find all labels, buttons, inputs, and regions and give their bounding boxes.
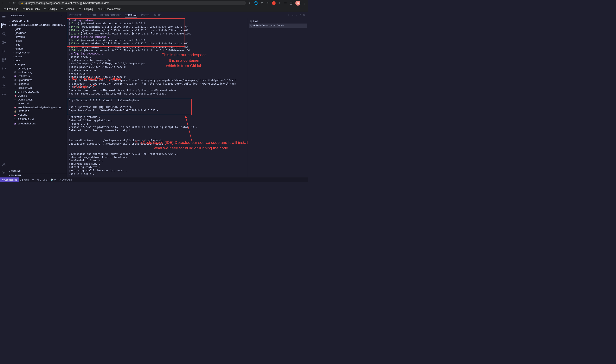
explorer-sidebar: EXPLORER ⋯ ⌄ OPEN EDITORS ⌄ JEKYLL-THEME… (8, 12, 67, 177)
tab-icon[interactable]: ▢ (290, 1, 292, 5)
project-section[interactable]: ⌄ JEKYLL-THEME-BASICALLY-BASIC [CODESPAC… (8, 23, 67, 27)
debug-icon[interactable] (1, 49, 6, 54)
tab-problems[interactable]: PROBLEMS (69, 13, 83, 18)
folder-item[interactable]: ›_site (8, 43, 67, 47)
profile-avatar[interactable]: G (295, 1, 300, 6)
url-text: guneycansanli-glowing-space-parakeet-rpx… (26, 1, 109, 5)
back-button[interactable]: ← (2, 1, 5, 5)
new-terminal-icon[interactable]: + (288, 13, 289, 17)
reading-list-icon[interactable]: ☰ (284, 1, 287, 5)
explorer-icon[interactable] (1, 23, 6, 28)
folder-item[interactable]: ›_sass (8, 39, 67, 43)
branch-icon: ⎇ (20, 179, 23, 181)
folder-item[interactable]: ›_layouts (8, 35, 67, 39)
file-icon: ⓘ (14, 118, 16, 121)
tab-ports[interactable]: PORTS (141, 13, 149, 18)
terminal-item[interactable]: ⎘ bash (249, 19, 307, 24)
install-icon[interactable]: ⤓ (248, 1, 251, 5)
tab-debug-console[interactable]: DEBUG CONSOLE (101, 13, 121, 18)
terminal-dropdown-icon[interactable]: ⌄ (291, 13, 294, 17)
account-icon[interactable] (1, 162, 6, 167)
file-item[interactable]: !_config.yml (8, 66, 67, 70)
folder-item[interactable]: ›_data (8, 27, 67, 31)
extensions-icon[interactable]: ✦ (278, 1, 281, 5)
bookmark-item[interactable]: 🗀iOS Development (96, 7, 122, 11)
file-item[interactable]: ⚙.editorconfig (8, 70, 67, 74)
chevron-right-icon: › (9, 174, 10, 177)
file-item[interactable]: ↓index.md (8, 102, 67, 105)
chevron-right-icon: › (13, 28, 13, 30)
file-item[interactable]: ⚙.gitignore (8, 82, 67, 86)
folder-item[interactable]: ›.jekyll-cache (8, 51, 67, 54)
source-control-icon[interactable] (1, 40, 6, 45)
menu-icon[interactable]: ⋮ (303, 1, 306, 5)
search-icon[interactable] (1, 31, 6, 36)
open-editors-section[interactable]: ⌄ OPEN EDITORS (8, 19, 67, 23)
folder-item[interactable]: ›assets (8, 54, 67, 58)
url-bar[interactable]: 🔒 guneycansanli-glowing-space-parakeet-r… (18, 1, 246, 5)
file-item[interactable]: ◆Gemfile (8, 94, 67, 98)
status-sync[interactable]: ↻ (30, 179, 36, 181)
bookmark-item[interactable]: 🗀Personal (59, 7, 76, 11)
notification-dot[interactable] (272, 1, 275, 5)
reload-button[interactable]: ⟳ (13, 1, 16, 5)
translate-icon[interactable]: 🌐 (254, 1, 258, 5)
tab-terminal[interactable]: TERMINAL (125, 13, 137, 18)
terminal-list: ⎘ bash ⎘ GitHub Codespaces: Details Same… (248, 18, 308, 177)
svg-point-0 (2, 32, 5, 35)
svg-rect-7 (4, 58, 6, 60)
file-item[interactable]: ◆Rakefile (8, 113, 67, 117)
tab-azure[interactable]: AZURE (154, 13, 162, 18)
file-item[interactable]: !.scss-lint.yml (8, 86, 67, 90)
docker-icon[interactable] (1, 75, 6, 80)
extensions-icon[interactable] (1, 57, 6, 62)
forward-button[interactable]: → (7, 1, 11, 5)
bookmark-item[interactable]: 🗀DevOps (42, 7, 58, 11)
file-item[interactable]: ▣screenshot.png (8, 122, 67, 125)
browser-toolbar: ← → ⟳ 🔒 guneycansanli-glowing-space-para… (0, 0, 308, 6)
close-panel-icon[interactable]: ✕ (303, 13, 305, 17)
file-item[interactable]: ⚙.gitattributes (8, 78, 67, 82)
terminal-panel: Creating container... [17 ms] @microsoft… (67, 18, 308, 177)
bookmark-item[interactable]: 🗀Useful Links (21, 7, 41, 11)
file-icon: ◆ (14, 94, 16, 97)
chevron-down-icon: ⌄ (9, 20, 11, 22)
activity-bar: ☰ (0, 12, 8, 177)
bookmark-icon[interactable]: ☆ (266, 1, 269, 5)
status-liveshare[interactable]: ↗ Live Share (57, 179, 74, 181)
folder-item[interactable]: ›docs (8, 58, 67, 62)
status-ports[interactable]: 📡0 (49, 179, 57, 181)
more-icon[interactable]: ⋯ (61, 14, 64, 17)
tab-output[interactable]: OUTPUT (87, 13, 96, 18)
file-item[interactable]: ≡Gemfile.lock (8, 98, 67, 102)
editor-main: PROBLEMS OUTPUT DEBUG CONSOLE TERMINAL P… (67, 12, 308, 177)
outline-section[interactable]: › OUTLINE (8, 169, 67, 173)
folder-item[interactable]: ›.github (8, 47, 67, 51)
file-item[interactable]: ◆jekyll-theme-basically-basic.gemspec (8, 105, 67, 109)
file-item[interactable]: ⓘREADME.md (8, 117, 67, 122)
menu-toggle[interactable]: ☰ (1, 14, 6, 19)
bookmarks-bar: 🗀Learnings 🗀Useful Links 🗀DevOps 🗀Person… (0, 6, 308, 12)
folder-item[interactable]: ›_includes (8, 31, 67, 35)
status-errors[interactable]: ⊗0 ⚠0 (36, 179, 49, 181)
file-item[interactable]: ◉.eslintrc.js (8, 74, 67, 78)
status-branch[interactable]: ⎇ main (19, 179, 30, 181)
terminal-item[interactable]: ⎘ GitHub Codespaces: Details (249, 24, 307, 28)
status-remote[interactable]: ⇆ Codespaces (0, 177, 19, 182)
warning-icon: ⚠ (43, 179, 45, 181)
sidebar-title: EXPLORER (11, 14, 24, 17)
file-item[interactable]: ◆CHANGELOG.md (8, 90, 67, 94)
settings-icon[interactable] (1, 170, 6, 175)
liveshare-icon[interactable] (1, 92, 6, 97)
maximize-icon[interactable]: ^ (300, 13, 301, 17)
terminal-output[interactable]: Creating container... [17 ms] @microsoft… (67, 18, 248, 177)
timeline-section[interactable]: › TIMELINE (8, 173, 67, 177)
split-terminal-icon[interactable]: ⫞ (296, 13, 298, 17)
bookmark-item[interactable]: 🗀Learnings (2, 7, 20, 11)
file-item[interactable]: §LICENSE (8, 109, 67, 113)
azure-icon[interactable] (1, 83, 6, 88)
folder-item[interactable]: ›example (8, 62, 67, 66)
share-icon[interactable]: ⇧ (261, 1, 263, 5)
remote-icon[interactable] (1, 66, 6, 71)
bookmark-item[interactable]: 🗀Shopping (77, 7, 95, 11)
